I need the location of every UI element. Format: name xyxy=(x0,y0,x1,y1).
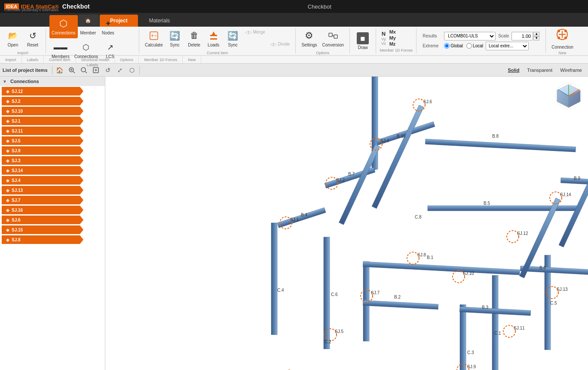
mx-label: Mx xyxy=(389,29,397,34)
scale-label: Scale xyxy=(498,34,509,38)
svg-text:C.3: C.3 xyxy=(467,350,474,355)
list-item-sj11[interactable]: ◆ SJ.11 xyxy=(2,126,103,136)
tree-expand-icon[interactable]: ▼ xyxy=(3,79,9,84)
btn-zoom-fit[interactable] xyxy=(78,65,89,75)
badge-sj7: ◆ SJ.7 xyxy=(2,196,83,204)
import-label: Import xyxy=(17,50,28,55)
ribbon-group-draw: ◼ Draw xyxy=(350,28,376,53)
results-combo[interactable]: LCOMB01-ULS xyxy=(444,32,496,40)
svg-rect-5 xyxy=(329,33,332,37)
results-row2: Extreme Global Local Local extre... xyxy=(423,42,539,50)
btn-fit-all[interactable] xyxy=(90,65,101,75)
btn-sync2[interactable]: 🔄 Sync xyxy=(224,27,242,50)
scale-input[interactable] xyxy=(511,32,533,40)
sync2-icon: 🔄 xyxy=(227,30,239,42)
svg-point-12 xyxy=(557,37,560,39)
sj1-label: SJ.1 xyxy=(12,119,21,123)
btn-delete[interactable]: 🗑 Delete xyxy=(185,27,204,50)
ribbon-group-forces: N Vy Vz Mx My Mz Member 1D Forces xyxy=(376,28,416,53)
list-item-sj9[interactable]: ◆ SJ.9 xyxy=(2,146,103,155)
badge-sj3: ◆ SJ.3 xyxy=(2,156,83,165)
delete-icon: 🗑 xyxy=(188,30,200,42)
list-item-sj8[interactable]: ◆ SJ.8 xyxy=(2,235,103,244)
badge-sj6: ◆ SJ.6 xyxy=(2,216,83,224)
svg-rect-4 xyxy=(210,38,217,40)
btn-conversion[interactable]: Conversion xyxy=(320,27,346,50)
viewport[interactable]: SJ.6 SJ.4 SJ.2 SJ.1 SJ.16 SJ.14 SJ.12 SJ… xyxy=(105,77,588,370)
list-item-sj7[interactable]: ◆ SJ.7 xyxy=(2,195,103,205)
list-item-sj10[interactable]: ◆ SJ.10 xyxy=(2,106,103,116)
separator1 xyxy=(52,66,52,74)
list-item-sj3[interactable]: ◆ SJ.3 xyxy=(2,156,103,165)
sidebar: ▼ Connections ◆ SJ.12 ◆ SJ.2 ◆ SJ.10 ◆ xyxy=(0,77,105,370)
draw-label: Draw xyxy=(358,45,368,50)
btn-nodes[interactable]: ✦ Nodes xyxy=(98,15,117,38)
toolbar: List of project items 🏠 ↺ ⤢ ⬡ Solid Tran… xyxy=(0,64,588,77)
rl-import: Import xyxy=(0,56,22,63)
scale-up[interactable]: ▲ xyxy=(533,32,539,36)
connections-icon: ⬡ xyxy=(58,18,70,30)
btn-shape[interactable]: ⬡ xyxy=(126,65,138,75)
sj6-label: SJ.6 xyxy=(12,218,21,222)
radio-local[interactable]: Local xyxy=(466,43,483,49)
svg-text:B.3: B.3 xyxy=(482,305,488,310)
svg-rect-29 xyxy=(460,305,466,370)
radio-global[interactable]: Global xyxy=(444,43,463,49)
btn-calculate[interactable]: +− Calculate xyxy=(143,27,165,50)
svg-point-18 xyxy=(81,68,86,72)
btn-divide[interactable]: ◁▷ Divide xyxy=(268,39,292,49)
btn-toolbar-home[interactable]: 🏠 xyxy=(54,65,65,75)
svg-text:SJ.12: SJ.12 xyxy=(517,231,528,236)
titlebar: IDEA IDEA StatiCa® Checkbot Calculate ye… xyxy=(0,0,588,13)
list-item-sj4[interactable]: ◆ SJ.4 xyxy=(2,176,103,185)
list-item-sj14[interactable]: ◆ SJ.14 xyxy=(2,166,103,175)
list-item-sj5[interactable]: ◆ SJ.5 xyxy=(2,136,103,145)
btn-view-solid[interactable]: Solid xyxy=(504,65,523,75)
current-item-label: Current item xyxy=(207,50,228,55)
btn-view-wireframe[interactable]: Wireframe xyxy=(557,65,585,75)
list-item-sj1[interactable]: ◆ SJ.1 xyxy=(2,116,103,126)
member-label: Member xyxy=(80,31,96,35)
btn-new-connection[interactable]: Connection xyxy=(549,27,576,50)
list-item-sj16[interactable]: ◆ SJ.16 xyxy=(2,205,103,215)
results-label: Results xyxy=(423,34,441,38)
connections2-icon: ⬡ xyxy=(80,41,92,53)
list-item-sj12[interactable]: ◆ SJ.12 xyxy=(2,86,103,96)
btn-view-transparent[interactable]: Transparent xyxy=(524,65,556,75)
btn-rotate[interactable]: ↺ xyxy=(102,65,113,75)
new-connection-label: Connection xyxy=(551,45,573,49)
btn-reset[interactable]: ↺ Reset xyxy=(23,27,42,50)
btn-loads[interactable]: Loads xyxy=(204,27,223,50)
btn-open[interactable]: 📂 Open xyxy=(3,27,22,50)
btn-zoom-region[interactable] xyxy=(66,65,77,75)
product-name: Checkbot xyxy=(62,3,90,10)
radio-group: Global Local xyxy=(444,43,483,49)
nav-cube[interactable] xyxy=(554,81,584,111)
list-item-sj2[interactable]: ◆ SJ.2 xyxy=(2,96,103,106)
btn-draw[interactable]: ◼ Draw xyxy=(353,29,372,52)
list-item-sj6[interactable]: ◆ SJ.6 xyxy=(2,215,103,225)
btn-connections[interactable]: ⬡ Connections xyxy=(49,15,78,38)
btn-merge[interactable]: ◁▷ Merge xyxy=(243,27,267,37)
ribbon-group-results: Results LCOMB01-ULS Scale ▲ ▼ Extreme xyxy=(416,28,546,53)
scale-down[interactable]: ▼ xyxy=(533,36,539,40)
delete-label: Delete xyxy=(188,43,200,47)
list-item-sj13[interactable]: ◆ SJ.13 xyxy=(2,185,103,195)
btn-sync[interactable]: 🔄 Sync xyxy=(165,27,184,50)
merge-label: ◁▷ Merge xyxy=(245,30,265,34)
svg-text:C.5: C.5 xyxy=(550,301,557,305)
svg-text:B.4: B.4 xyxy=(301,213,307,217)
list-item-sj15[interactable]: ◆ SJ.15 xyxy=(2,225,103,234)
sj7-label: SJ.7 xyxy=(12,198,21,203)
svg-text:C.2: C.2 xyxy=(325,339,331,344)
badge-sj4: ◆ SJ.4 xyxy=(2,176,83,185)
sj9-label: SJ.9 xyxy=(12,148,21,153)
btn-settings[interactable]: ⚙ Settings xyxy=(299,27,319,50)
extreme-combo[interactable]: Local extre... xyxy=(486,42,529,50)
svg-text:SJ.11: SJ.11 xyxy=(514,326,525,330)
btn-member[interactable]: ═ Member xyxy=(78,15,98,38)
loads-label: Loads xyxy=(208,43,219,47)
tab-materials[interactable]: Materials xyxy=(139,15,181,27)
open-icon: 📂 xyxy=(7,30,19,42)
btn-fullscreen[interactable]: ⤢ xyxy=(114,65,126,75)
